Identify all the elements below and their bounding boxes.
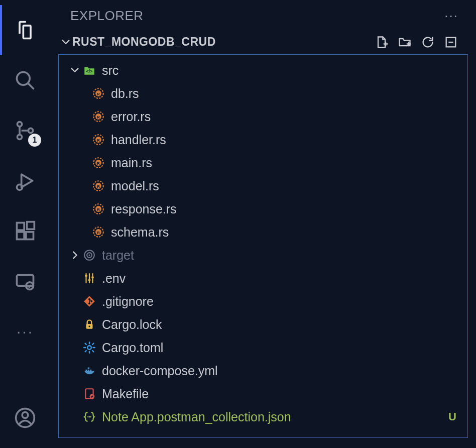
file-label: Note App.postman_collection.json — [102, 410, 446, 424]
git-file-icon — [82, 295, 97, 308]
rust-file-icon — [91, 179, 106, 192]
env-file-icon — [82, 272, 97, 285]
file-label: main.rs — [111, 156, 458, 170]
activity-remote[interactable] — [0, 256, 50, 306]
activity-extensions[interactable] — [0, 206, 50, 256]
file-label: .gitignore — [102, 294, 458, 309]
file-handler-rs[interactable]: handler.rs — [59, 128, 467, 151]
rust-file-icon — [91, 133, 106, 146]
file-label: schema.rs — [111, 225, 458, 240]
extensions-icon — [14, 220, 36, 242]
json-file-icon — [82, 410, 97, 423]
file-docker-compose[interactable]: docker-compose.yml — [59, 359, 467, 382]
lock-file-icon — [82, 318, 97, 331]
file-gitignore[interactable]: .gitignore — [59, 290, 467, 313]
file-response-rs[interactable]: response.rs — [59, 197, 467, 220]
account-icon — [14, 407, 36, 429]
collapse-all-button[interactable] — [444, 35, 458, 49]
activity-more[interactable]: ··· — [0, 306, 50, 357]
rust-file-icon — [91, 156, 106, 169]
new-file-icon — [375, 35, 389, 49]
target-folder-icon — [82, 249, 97, 262]
activity-run-debug[interactable] — [0, 156, 50, 206]
activity-accounts[interactable] — [0, 393, 50, 443]
panel-title: EXPLORER — [70, 8, 144, 24]
file-schema-rs[interactable]: schema.rs — [59, 220, 467, 244]
chevron-down-icon — [68, 65, 82, 76]
file-model-rs[interactable]: model.rs — [59, 174, 467, 197]
folder-src[interactable]: src — [59, 59, 467, 82]
file-postman-collection[interactable]: Note App.postman_collection.json U — [59, 405, 467, 428]
activity-bar: 1 ··· — [0, 0, 50, 448]
refresh-icon — [421, 35, 435, 49]
new-folder-icon — [398, 35, 412, 49]
makefile-icon — [82, 387, 97, 400]
rust-file-icon — [91, 110, 106, 123]
activity-explorer[interactable] — [0, 5, 50, 55]
file-label: docker-compose.yml — [102, 364, 458, 378]
file-main-rs[interactable]: main.rs — [59, 151, 467, 174]
activity-search[interactable] — [0, 55, 50, 105]
rust-file-icon — [91, 87, 106, 100]
new-file-button[interactable] — [375, 35, 389, 49]
debug-icon — [14, 170, 36, 192]
toml-file-icon — [82, 341, 97, 354]
collapse-all-icon — [444, 35, 458, 49]
folder-target[interactable]: target — [59, 244, 467, 267]
files-icon — [14, 19, 36, 41]
rust-file-icon — [91, 202, 106, 215]
file-db-rs[interactable]: db.rs — [59, 82, 467, 105]
chevron-right-icon — [68, 250, 82, 261]
file-makefile[interactable]: Makefile — [59, 382, 467, 405]
file-label: Cargo.lock — [102, 317, 458, 332]
rust-file-icon — [91, 226, 106, 239]
file-label: model.rs — [111, 179, 458, 193]
file-label: handler.rs — [111, 133, 458, 147]
file-tree: src db.rs error.rs handler.rs main.rs mo… — [58, 54, 468, 438]
file-label: db.rs — [111, 86, 458, 101]
search-icon — [14, 69, 36, 91]
panel-more-button[interactable]: ··· — [442, 6, 461, 26]
folder-label: target — [102, 248, 458, 263]
ellipsis-icon: ··· — [17, 323, 34, 340]
scm-badge: 1 — [28, 134, 41, 147]
activity-source-control[interactable]: 1 — [0, 105, 50, 156]
file-label: response.rs — [111, 202, 458, 216]
file-cargo-toml[interactable]: Cargo.toml — [59, 336, 467, 359]
panel-title-row: EXPLORER ··· — [50, 0, 476, 32]
file-label: Makefile — [102, 387, 458, 401]
file-label: .env — [102, 271, 458, 286]
section-name: RUST_MONGODB_CRUD — [72, 35, 216, 49]
explorer-sidebar: EXPLORER ··· RUST_MONGODB_CRUD src db.rs — [50, 0, 476, 448]
refresh-button[interactable] — [421, 35, 435, 49]
folder-src-icon — [82, 64, 97, 77]
file-error-rs[interactable]: error.rs — [59, 105, 467, 128]
file-env[interactable]: .env — [59, 267, 467, 290]
file-label: error.rs — [111, 109, 458, 124]
new-folder-button[interactable] — [398, 35, 412, 49]
file-cargo-lock[interactable]: Cargo.lock — [59, 313, 467, 336]
remote-icon — [14, 270, 36, 292]
docker-file-icon — [82, 364, 97, 377]
git-status-untracked: U — [446, 410, 458, 423]
folder-label: src — [102, 63, 458, 78]
chevron-down-icon — [59, 37, 72, 48]
file-label: Cargo.toml — [102, 341, 458, 355]
section-header[interactable]: RUST_MONGODB_CRUD — [50, 32, 476, 52]
